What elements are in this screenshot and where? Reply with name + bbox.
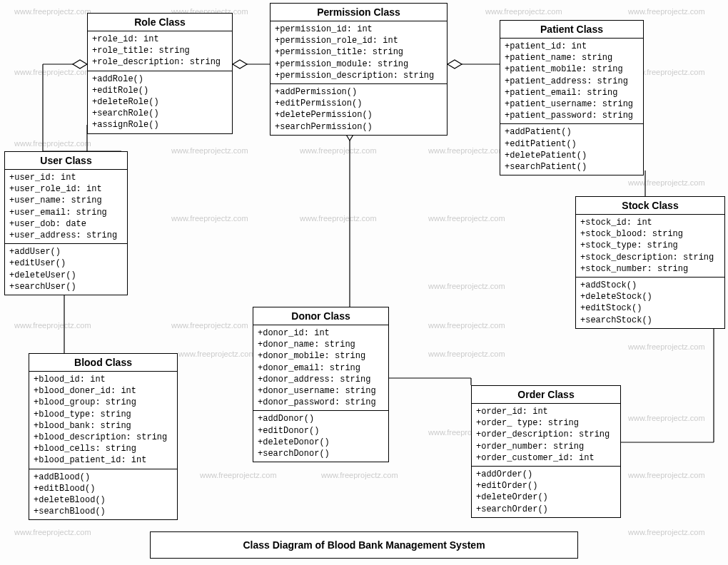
watermark: www.freeprojectz.com: [171, 146, 248, 155]
watermark: www.freeprojectz.com: [14, 528, 91, 536]
class-ops: +addStock()+deleteStock()+editStock()+se…: [576, 278, 724, 328]
class-diagram: www.freeprojectz.com www.freeprojectz.co…: [0, 0, 728, 565]
watermark: www.freeprojectz.com: [428, 214, 505, 223]
class-patient: Patient Class +patient_id: int+patient_n…: [500, 20, 644, 175]
class-permission: Permission Class +permission_id: int+per…: [270, 3, 448, 136]
class-title: Role Class: [88, 14, 232, 31]
class-role: Role Class +role_id: int+role_title: str…: [87, 13, 233, 134]
class-attrs: +permission_id: int+permission_role_id: …: [271, 21, 447, 84]
diagram-title: Class Diagram of Blood Bank Management S…: [150, 531, 578, 559]
svg-marker-8: [73, 60, 87, 68]
class-ops: +addDonor()+editDonor()+deleteDonor()+se…: [253, 411, 388, 462]
class-ops: +addUser()+editUser()+deleteUser()+searc…: [5, 244, 127, 295]
watermark: www.freeprojectz.com: [428, 350, 505, 358]
watermark: www.freeprojectz.com: [300, 214, 377, 223]
class-attrs: +role_id: int+role_title: string+role_de…: [88, 31, 232, 71]
class-title: Blood Class: [29, 354, 177, 372]
svg-marker-1: [233, 60, 247, 68]
class-title: Donor Class: [253, 307, 388, 325]
class-ops: +addPermission()+editPermission()+delete…: [271, 84, 447, 135]
class-blood: Blood Class +blood_id: int+blood_doner_i…: [29, 353, 178, 520]
class-ops: +addPatient()+editPatient()+deletePatien…: [500, 124, 643, 175]
class-title: Order Class: [472, 386, 620, 404]
class-attrs: +order_id: int+order_ type: string+order…: [472, 404, 620, 467]
class-attrs: +donor_id: int+donor_name: string+donor_…: [253, 325, 388, 411]
watermark: www.freeprojectz.com: [428, 146, 505, 155]
svg-marker-3: [448, 60, 462, 68]
class-donor: Donor Class +donor_id: int+donor_name: s…: [253, 307, 389, 462]
watermark: www.freeprojectz.com: [628, 178, 705, 187]
class-ops: +addRole()+editRole()+deleteRole()+searc…: [88, 71, 232, 133]
watermark: www.freeprojectz.com: [628, 528, 705, 536]
watermark: www.freeprojectz.com: [628, 7, 705, 16]
watermark: www.freeprojectz.com: [14, 7, 91, 16]
watermark: www.freeprojectz.com: [628, 414, 705, 422]
class-attrs: +stock_id: int+stock_blood: string+stock…: [576, 215, 724, 278]
watermark: www.freeprojectz.com: [171, 214, 248, 223]
watermark: www.freeprojectz.com: [628, 471, 705, 479]
watermark: www.freeprojectz.com: [178, 350, 256, 358]
class-stock: Stock Class +stock_id: int+stock_blood: …: [575, 196, 725, 329]
class-attrs: +user_id: int+user_role_id: int+user_nam…: [5, 170, 127, 244]
watermark: www.freeprojectz.com: [14, 139, 91, 148]
watermark: www.freeprojectz.com: [428, 282, 505, 290]
class-order: Order Class +order_id: int+order_ type: …: [471, 385, 621, 518]
class-title: Permission Class: [271, 4, 447, 21]
watermark: www.freeprojectz.com: [14, 68, 91, 76]
class-title: User Class: [5, 152, 127, 170]
class-attrs: +blood_id: int+blood_doner_id: int+blood…: [29, 372, 177, 469]
watermark: www.freeprojectz.com: [428, 321, 505, 330]
class-title: Stock Class: [576, 197, 724, 215]
watermark: www.freeprojectz.com: [321, 471, 398, 479]
watermark: www.freeprojectz.com: [200, 471, 277, 479]
class-ops: +addOrder()+editOrder()+deleteOrder()+se…: [472, 467, 620, 517]
watermark: www.freeprojectz.com: [628, 342, 705, 351]
class-ops: +addBlood()+editBlood()+deleteBlood()+se…: [29, 469, 177, 520]
watermark: www.freeprojectz.com: [485, 7, 562, 16]
class-attrs: +patient_id: int+patient_name: string+pa…: [500, 39, 643, 124]
class-user: User Class +user_id: int+user_role_id: i…: [4, 151, 128, 295]
watermark: www.freeprojectz.com: [171, 321, 248, 330]
watermark: www.freeprojectz.com: [14, 321, 91, 330]
class-title: Patient Class: [500, 21, 643, 39]
watermark: www.freeprojectz.com: [300, 146, 377, 155]
